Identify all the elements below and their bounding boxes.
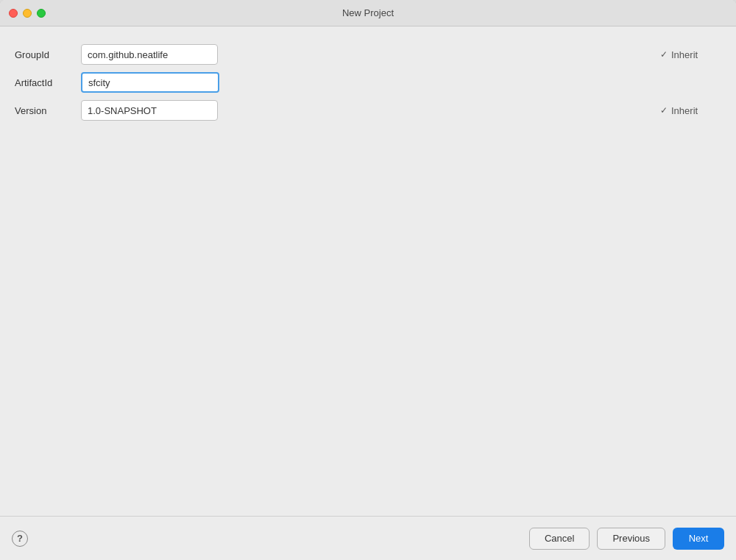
artifactid-row: ArtifactId bbox=[15, 72, 721, 93]
version-label: Version bbox=[15, 105, 81, 116]
previous-button[interactable]: Previous bbox=[597, 528, 665, 550]
help-button[interactable]: ? bbox=[12, 531, 28, 547]
artifactid-label: ArtifactId bbox=[15, 77, 81, 88]
groupid-input-wrapper bbox=[81, 44, 651, 65]
groupid-input[interactable] bbox=[81, 44, 218, 65]
version-inherit-label: Inherit bbox=[671, 105, 698, 116]
groupid-label: GroupId bbox=[15, 49, 81, 60]
cancel-button[interactable]: Cancel bbox=[529, 528, 590, 550]
traffic-lights bbox=[9, 9, 46, 18]
artifactid-input-wrapper bbox=[81, 72, 651, 93]
dialog-window: New Project GroupId ✓ Inherit ArtifactId bbox=[0, 0, 736, 560]
title-bar: New Project bbox=[0, 0, 736, 26]
version-inherit: ✓ Inherit bbox=[660, 105, 698, 116]
form-area: GroupId ✓ Inherit ArtifactId Version bbox=[15, 44, 721, 128]
groupid-check-icon: ✓ bbox=[660, 49, 668, 60]
version-check-icon: ✓ bbox=[660, 105, 668, 116]
version-input-wrapper bbox=[81, 100, 651, 121]
maximize-button[interactable] bbox=[37, 9, 46, 18]
dialog-content: GroupId ✓ Inherit ArtifactId Version bbox=[0, 26, 736, 516]
footer-left: ? bbox=[12, 531, 28, 547]
groupid-row: GroupId ✓ Inherit bbox=[15, 44, 721, 65]
close-button[interactable] bbox=[9, 9, 18, 18]
dialog-footer: ? Cancel Previous Next bbox=[0, 516, 736, 560]
window-title: New Project bbox=[342, 7, 394, 18]
next-button[interactable]: Next bbox=[673, 528, 724, 550]
version-input[interactable] bbox=[81, 100, 218, 121]
groupid-inherit-label: Inherit bbox=[671, 49, 698, 60]
footer-right: Cancel Previous Next bbox=[529, 528, 724, 550]
minimize-button[interactable] bbox=[23, 9, 32, 18]
version-row: Version ✓ Inherit bbox=[15, 100, 721, 121]
groupid-inherit: ✓ Inherit bbox=[660, 49, 698, 60]
artifactid-input[interactable] bbox=[81, 72, 219, 93]
